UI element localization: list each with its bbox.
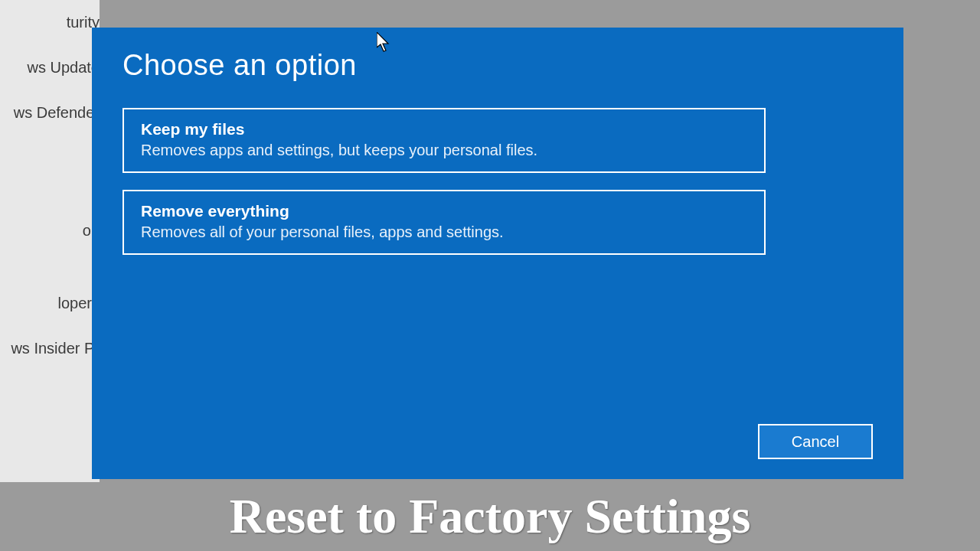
sidebar-item-blank2	[0, 253, 100, 281]
sidebar-item-blank1	[0, 135, 100, 163]
option-keep-my-files[interactable]: Keep my files Removes apps and settings,…	[122, 108, 766, 173]
option-desc: Removes all of your personal files, apps…	[141, 223, 747, 241]
option-desc: Removes apps and settings, but keeps you…	[141, 142, 747, 159]
option-remove-everything[interactable]: Remove everything Removes all of your pe…	[122, 190, 766, 255]
settings-sidebar: turity ws Update ws Defender y on lopers…	[0, 0, 100, 497]
cancel-button[interactable]: Cancel	[758, 424, 873, 459]
sidebar-item-recovery[interactable]: y	[0, 163, 100, 208]
sidebar-item-windows-update[interactable]: ws Update	[0, 45, 100, 90]
sidebar-item-windows-defender[interactable]: ws Defender	[0, 90, 100, 135]
video-caption: Reset to Factory Settings	[0, 482, 980, 551]
option-title: Remove everything	[141, 202, 747, 220]
dialog-title: Choose an option	[122, 49, 873, 82]
reset-pc-dialog: Choose an option Keep my files Removes a…	[92, 28, 903, 479]
sidebar-item-developers[interactable]: lopers	[0, 281, 100, 326]
option-title: Keep my files	[141, 120, 747, 139]
sidebar-item-activation[interactable]: on	[0, 208, 100, 253]
sidebar-item-security[interactable]: turity	[0, 0, 100, 45]
sidebar-item-insider-program[interactable]: ws Insider Pr	[0, 326, 100, 371]
